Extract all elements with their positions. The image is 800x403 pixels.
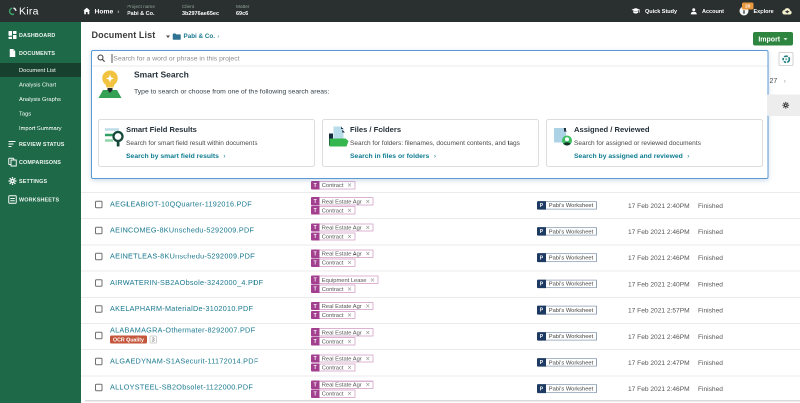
card-title: Smart Field Results — [126, 125, 197, 134]
tag-pill[interactable]: T Real Estate Agr× — [311, 354, 374, 362]
row-checkbox[interactable] — [95, 253, 103, 261]
row-checkbox[interactable] — [95, 305, 103, 313]
card-assigned-reviewed[interactable]: Assigned / Reviewed Search for assigned … — [546, 119, 763, 167]
kira-logo[interactable]: Kira — [9, 0, 39, 22]
card-link-assigned-reviewed[interactable]: Search by assigned and reviewed› — [574, 152, 689, 160]
sidebar-item-dashboard[interactable]: DASHBOARD — [0, 28, 81, 42]
document-link[interactable]: ALABAMAGRA-Othermater-8292007.PDF — [110, 326, 255, 334]
worksheet-label: Pabi's Worksheet — [549, 281, 593, 287]
row-checkbox[interactable] — [95, 332, 103, 340]
row-date: 17 Feb 2021 2:46PM — [628, 333, 690, 341]
tag-remove-icon[interactable]: × — [347, 390, 352, 397]
worksheet-pill[interactable]: P Pabi's Worksheet — [537, 253, 597, 262]
sidebar-item-worksheets[interactable]: WORKSHEETS — [0, 193, 81, 207]
table-row[interactable]: AEGLEABIOT-10QQuarter-1192016.PDF T Real… — [81, 192, 800, 219]
tag-pill[interactable]: T Contract× — [311, 259, 356, 267]
worksheet-pill[interactable]: P Pabi's Worksheet — [537, 306, 597, 315]
worksheet-pill[interactable]: P Pabi's Worksheet — [537, 384, 597, 393]
tag-remove-icon[interactable]: × — [365, 250, 370, 257]
tag-remove-icon[interactable]: × — [365, 329, 370, 336]
horizontal-scrollbar[interactable] — [85, 400, 800, 402]
tag-remove-icon[interactable]: × — [365, 198, 370, 205]
tag-pill[interactable]: T Real Estate Agr× — [311, 197, 374, 205]
tag-remove-icon[interactable]: × — [347, 259, 352, 266]
sidebar-item-import-summary[interactable]: Import Summary — [19, 121, 81, 135]
document-link[interactable]: AEINETLEAS-8KUnschedu-5292009.PDF — [110, 252, 255, 260]
worksheet-icon: P — [537, 253, 546, 262]
sidebar-item-document-list[interactable]: Document List — [19, 63, 81, 77]
tag-pill[interactable]: T Real Estate Agr× — [311, 250, 374, 258]
search-bar[interactable]: Search for a word or phrase in this proj… — [92, 51, 768, 67]
help-button[interactable] — [779, 52, 794, 66]
table-row[interactable]: AEINCOMEG-8KUnschedu-5292009.PDF T Real … — [81, 218, 800, 245]
tag-pill[interactable]: T Contract× — [311, 363, 356, 371]
sidebar-item-review-status-label: REVIEW STATUS — [19, 141, 65, 147]
sidebar-item-documents[interactable]: DOCUMENTS — [0, 46, 81, 60]
document-link[interactable]: AIRWATERIN-SB2AObsole-3242000_4.PDF — [110, 278, 263, 286]
tag-remove-icon[interactable]: × — [365, 355, 370, 362]
card-files-folders[interactable]: Files / Folders Search for folders: file… — [322, 119, 539, 167]
worksheet-pill[interactable]: P Pabi's Worksheet — [537, 201, 597, 210]
row-checkbox[interactable] — [95, 384, 103, 392]
tag-remove-icon[interactable]: × — [347, 233, 352, 240]
tag-pill[interactable]: T Real Estate Agr× — [311, 328, 374, 336]
page-number[interactable]: 27 — [770, 77, 778, 85]
card-caption: Search for assigned or reviewed document… — [574, 139, 701, 147]
tag-pill-partial[interactable]: T Contract× — [311, 181, 356, 189]
document-link[interactable]: AEINCOMEG-8KUnschedu-5292009.PDF — [110, 226, 254, 234]
document-link[interactable]: ALGAEDYNAM-S1ASecurit-11172014.PDF — [110, 357, 259, 365]
tag-pill[interactable]: T Real Estate Agr× — [311, 302, 374, 310]
row-checkbox[interactable] — [95, 279, 103, 287]
sidebar-item-settings[interactable]: SETTINGS — [0, 174, 81, 188]
tag-box: Contract× — [319, 285, 355, 293]
worksheet-pill[interactable]: P Pabi's Worksheet — [537, 358, 597, 367]
table-row[interactable]: ALLOYSTEEL-SB2Obsolet-1122000.PDF T Real… — [81, 375, 800, 402]
row-checkbox[interactable] — [95, 358, 103, 366]
tag-remove-icon[interactable]: × — [365, 381, 370, 388]
card-smart-field-results[interactable]: Smart Field Results Search for smart fie… — [98, 119, 315, 167]
sidebar-item-tags[interactable]: Tags — [19, 107, 81, 121]
worksheet-pill[interactable]: P Pabi's Worksheet — [537, 227, 597, 236]
sidebar-item-analysis-graphs[interactable]: Analysis Graphs — [19, 92, 81, 106]
document-link[interactable]: ALLOYSTEEL-SB2Obsolet-1122000.PDF — [110, 383, 253, 391]
worksheet-pill[interactable]: P Pabi's Worksheet — [537, 279, 597, 288]
tag-pill[interactable]: T Contract× — [311, 285, 356, 293]
tag-remove-icon[interactable]: × — [347, 364, 352, 371]
tag-remove-icon[interactable]: × — [347, 207, 352, 214]
tag-pill[interactable]: T Real Estate Agr× — [311, 381, 374, 389]
table-row[interactable]: AKELAPHARM-MaterialDe-3102010.PDF T Real… — [81, 297, 800, 324]
table-row[interactable]: AIRWATERIN-SB2AObsole-3242000_4.PDF T Eq… — [81, 271, 800, 298]
tag-label: Contract — [322, 312, 344, 318]
tag-icon: T — [311, 337, 319, 345]
sidebar-item-comparisons[interactable]: COMPARISONS — [0, 155, 81, 169]
document-link[interactable]: AKELAPHARM-MaterialDe-3102010.PDF — [110, 305, 253, 313]
tag-pill[interactable]: T Real Estate Agr× — [311, 223, 374, 231]
tag-pill[interactable]: T Contract× — [311, 206, 356, 214]
tag-remove-icon[interactable]: × — [347, 285, 352, 292]
row-checkbox[interactable] — [95, 201, 103, 209]
sidebar-item-analysis-chart[interactable]: Analysis Chart — [19, 78, 81, 92]
tag-remove-icon[interactable]: × — [347, 182, 352, 189]
tag-pill[interactable]: T Equipment Lease× — [311, 276, 379, 284]
worksheet-pill[interactable]: P Pabi's Worksheet — [537, 332, 597, 341]
tag-pill[interactable]: T Contract× — [311, 311, 356, 319]
ocr-quality-badge[interactable]: OCR Quality — [110, 336, 147, 344]
tag-remove-icon[interactable]: × — [365, 303, 370, 310]
tag-remove-icon[interactable]: × — [347, 338, 352, 345]
tag-pill[interactable]: T Contract× — [311, 390, 356, 398]
tag-remove-icon[interactable]: × — [370, 276, 375, 283]
table-row[interactable]: ALGAEDYNAM-S1ASecurit-11172014.PDF T Rea… — [81, 349, 800, 376]
column-settings-box[interactable] — [767, 95, 800, 117]
tag-remove-icon[interactable]: × — [365, 224, 370, 231]
sidebar-item-review-status[interactable]: REVIEW STATUS — [0, 137, 81, 151]
row-checkbox[interactable] — [95, 227, 103, 235]
tag-pill[interactable]: T Contract× — [311, 337, 356, 345]
tag-pill[interactable]: T Contract× — [311, 232, 356, 240]
card-link-smart-field[interactable]: Search by smart field results› — [126, 152, 226, 160]
table-row[interactable]: AEINETLEAS-8KUnschedu-5292009.PDF T Real… — [81, 244, 800, 271]
tag-remove-icon[interactable]: × — [347, 312, 352, 319]
next-page-icon[interactable]: › — [784, 77, 786, 85]
table-row[interactable]: ALABAMAGRA-Othermater-8292007.PDF OCR Qu… — [81, 323, 800, 350]
card-link-files-folders[interactable]: Search in files or folders› — [350, 152, 436, 160]
document-link[interactable]: AEGLEABIOT-10QQuarter-1192016.PDF — [110, 200, 252, 208]
